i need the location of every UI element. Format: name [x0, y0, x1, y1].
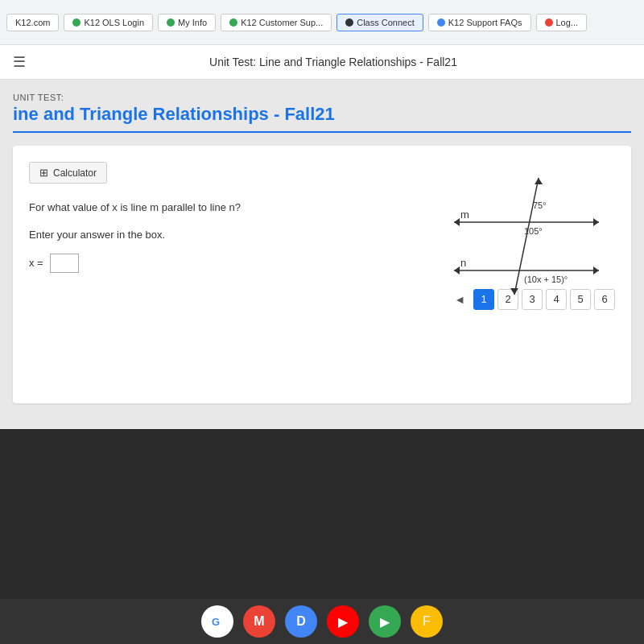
tab-label: K12 Support FAQs — [448, 18, 522, 27]
geometry-diagram: m n 75° 105° (10x + 15)° — [390, 162, 615, 323]
main-content: UNIT TEST: ine and Triangle Relationship… — [0, 80, 644, 429]
play-symbol: ▶ — [380, 614, 390, 630]
tab-dot-icon — [229, 19, 237, 27]
youtube-symbol: ▶ — [338, 614, 348, 630]
taskbar-youtube-icon[interactable]: ▶ — [327, 605, 359, 638]
tab-label: K12 Customer Sup... — [241, 18, 323, 27]
tab-label: My Info — [178, 18, 207, 27]
tab-dot-icon — [545, 19, 553, 27]
tab-dot-icon — [167, 19, 175, 27]
tab-ols-login[interactable]: K12 OLS Login — [64, 14, 153, 31]
unit-test-title: ine and Triangle Relationships - Fall21 — [13, 104, 631, 133]
svg-marker-4 — [593, 266, 599, 275]
page-header: ☰ Unit Test: Line and Triangle Relations… — [0, 45, 644, 80]
calculator-label: Calculator — [53, 167, 97, 179]
svg-text:(10x + 15)°: (10x + 15)° — [524, 275, 568, 284]
hamburger-menu-icon[interactable]: ☰ — [13, 53, 26, 71]
calculator-button[interactable]: ⊞ Calculator — [29, 162, 107, 184]
taskbar-gmail-icon[interactable]: M — [243, 605, 275, 638]
svg-marker-2 — [454, 218, 460, 226]
unit-test-label: UNIT TEST: — [13, 93, 631, 102]
svg-marker-7 — [535, 178, 543, 184]
x-equals-label: x = — [29, 257, 43, 269]
answer-input[interactable] — [50, 254, 79, 273]
tab-dot-icon — [72, 19, 80, 27]
tab-class-connect[interactable]: Class Connect — [336, 14, 423, 31]
taskbar-files-icon[interactable]: F — [411, 605, 443, 638]
taskbar: G M D ▶ ▶ F — [0, 599, 644, 644]
tab-myinfo[interactable]: My Info — [158, 14, 216, 31]
tab-customer-sup[interactable]: K12 Customer Sup... — [221, 14, 332, 31]
calculator-icon: ⊞ — [39, 167, 48, 179]
tab-dot-icon — [345, 19, 353, 27]
taskbar-play-icon[interactable]: ▶ — [369, 605, 401, 638]
tab-label: Class Connect — [357, 18, 415, 27]
files-symbol: F — [423, 614, 431, 629]
tab-label: K12.com — [15, 18, 50, 27]
tab-support-faqs[interactable]: K12 Support FAQs — [428, 14, 531, 31]
tab-dot-icon — [437, 19, 445, 27]
tab-label: K12 OLS Login — [84, 18, 144, 27]
svg-marker-1 — [593, 218, 599, 226]
gmail-letter: M — [254, 614, 264, 629]
svg-text:n: n — [460, 257, 466, 269]
tab-k12com[interactable]: K12.com — [6, 14, 59, 31]
browser-tab-bar: K12.com K12 OLS Login My Info K12 Custom… — [0, 0, 644, 45]
question-card: ⊞ Calculator For what value of x is line… — [13, 146, 631, 403]
svg-text:75°: 75° — [533, 200, 547, 210]
svg-text:G: G — [212, 616, 220, 628]
tab-log[interactable]: Log... — [536, 14, 588, 31]
svg-text:m: m — [460, 208, 469, 221]
header-title: Unit Test: Line and Triangle Relationshi… — [35, 56, 631, 68]
taskbar-google-icon[interactable]: G — [201, 605, 233, 638]
docs-letter: D — [296, 614, 306, 629]
tab-label: Log... — [556, 18, 579, 27]
taskbar-docs-icon[interactable]: D — [285, 605, 317, 638]
svg-marker-5 — [454, 266, 460, 275]
svg-text:105°: 105° — [524, 226, 543, 236]
svg-marker-8 — [510, 288, 518, 295]
